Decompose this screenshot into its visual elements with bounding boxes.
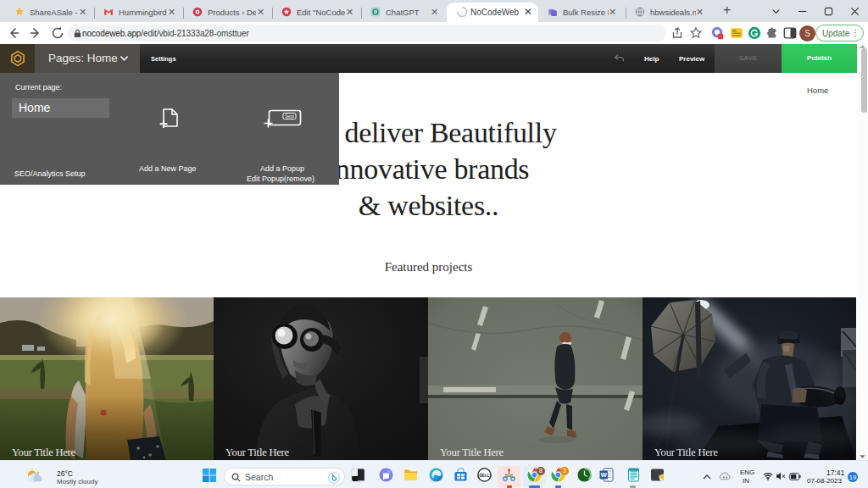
svg-text:Send: Send (285, 114, 294, 119)
svg-text:W: W (601, 471, 608, 479)
svg-text:DELL: DELL (480, 474, 490, 478)
